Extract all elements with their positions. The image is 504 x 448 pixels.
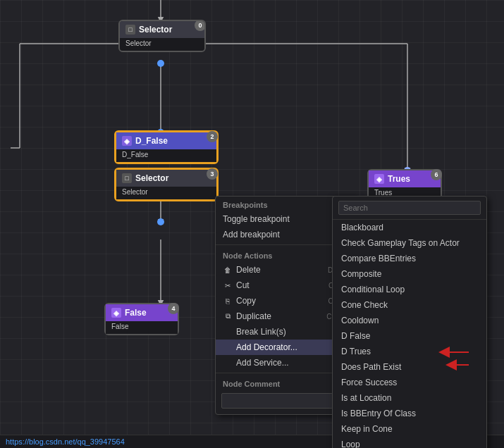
add-breakpoint-label: Add breakpoint xyxy=(223,230,280,239)
submenu-item-d-false[interactable]: D False xyxy=(333,328,486,344)
submenu-item-does-path-exist[interactable]: Does Path Exist xyxy=(333,359,486,375)
duplicate-icon: ⧉ xyxy=(223,311,233,321)
selector-inner-badge: 3 xyxy=(207,168,218,180)
url-text: https://blog.csdn.net/qq_39947564 xyxy=(6,437,125,446)
false-icon: ◈ xyxy=(111,308,121,318)
dfalse-header: ◈ D_False 2 xyxy=(116,132,216,149)
submenu-item-force-success[interactable]: Force Success xyxy=(333,375,486,390)
submenu-item-is-at-location[interactable]: Is at Location xyxy=(333,390,486,406)
submenu-item-cooldown[interactable]: Cooldown xyxy=(333,313,486,328)
submenu-item-compare-bb[interactable]: Compare BBEntries xyxy=(333,251,486,266)
submenu-item-loop[interactable]: Loop xyxy=(333,437,486,448)
submenu-item-d-trues[interactable]: D Trues xyxy=(333,344,486,359)
dfalse-subtitle: D_False xyxy=(116,149,216,162)
copy-icon: ⎘ xyxy=(223,296,233,306)
submenu-item-composite[interactable]: Composite xyxy=(333,266,486,282)
delete-label: Delete xyxy=(236,265,328,275)
dfalse-badge: 2 xyxy=(207,131,218,142)
trues-header: ◈ Trues 6 xyxy=(369,170,441,187)
cut-icon: ✂ xyxy=(223,280,233,290)
false-title: False xyxy=(125,308,147,318)
selector-inner-node[interactable]: □ Selector 3 Selector xyxy=(114,168,219,201)
node-comment-input[interactable] xyxy=(221,393,350,409)
add-decorator-icon xyxy=(223,342,233,352)
submenu-search-area xyxy=(333,197,486,220)
trues-icon: ◈ xyxy=(374,174,384,184)
selector-top-node[interactable]: □ Selector 0 Selector xyxy=(118,20,206,52)
node-subtitle: Selector xyxy=(120,38,204,51)
selector-inner-title: Selector xyxy=(135,173,168,183)
add-service-icon xyxy=(223,358,233,368)
submenu-item-is-bbentry[interactable]: Is BBEntry Of Class xyxy=(333,406,486,421)
submenu-item-blackboard[interactable]: Blackboard xyxy=(333,220,486,235)
break-links-icon xyxy=(223,327,233,337)
false-header: ◈ False 4 xyxy=(106,304,178,321)
dfalse-icon: ◈ xyxy=(122,136,132,146)
trues-badge: 6 xyxy=(431,169,442,180)
false-badge: 4 xyxy=(168,303,179,314)
dfalse-title: D_False xyxy=(135,136,168,146)
submenu-item-keep-in-cone[interactable]: Keep in Cone xyxy=(333,421,486,437)
add-decorator-submenu: Blackboard Check Gameplay Tags on Actor … xyxy=(332,196,487,448)
selector-inner-header: □ Selector 3 xyxy=(116,170,216,187)
submenu-item-conditional-loop[interactable]: Conditional Loop xyxy=(333,282,486,297)
false-node[interactable]: ◈ False 4 False xyxy=(104,303,179,335)
cut-label: Cut xyxy=(236,280,328,290)
false-subtitle: False xyxy=(106,321,178,334)
node-title: Selector xyxy=(139,25,172,35)
duplicate-label: Duplicate xyxy=(236,311,326,321)
submenu-item-check-gameplay[interactable]: Check Gameplay Tags on Actor xyxy=(333,235,486,251)
node-icon: □ xyxy=(125,25,135,35)
submenu-search-input[interactable] xyxy=(338,201,481,215)
toggle-breakpoint-label: Toggle breakpoint xyxy=(223,214,290,224)
dfalse-node[interactable]: ◈ D_False 2 D_False xyxy=(114,130,219,164)
submenu-item-cone-check[interactable]: Cone Check xyxy=(333,297,486,313)
node-badge: 0 xyxy=(195,20,206,31)
node-header: □ Selector 0 xyxy=(120,21,204,38)
selector-inner-icon: □ xyxy=(122,173,132,183)
selector-inner-subtitle: Selector xyxy=(116,187,216,199)
delete-item-icon: 🗑 xyxy=(223,265,233,275)
add-decorator-label: Add Decorator... xyxy=(236,342,343,352)
trues-title: Trues xyxy=(388,174,410,184)
copy-label: Copy xyxy=(236,296,328,306)
